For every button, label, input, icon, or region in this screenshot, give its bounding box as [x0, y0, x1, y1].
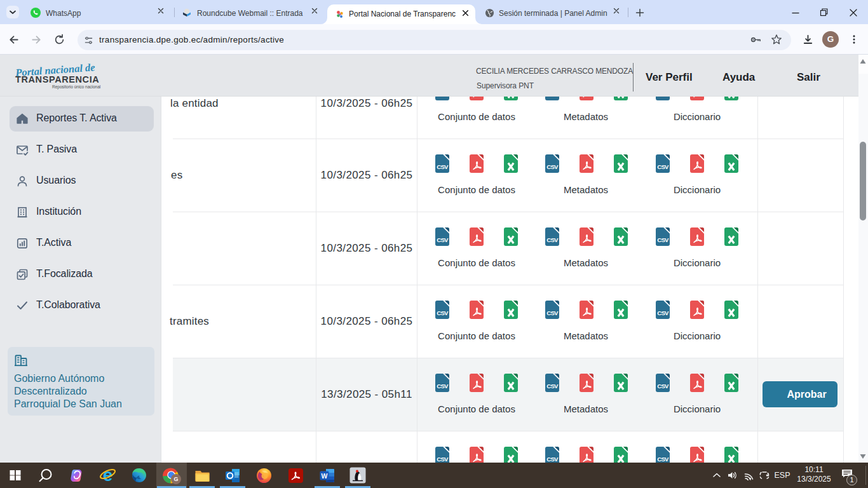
svg-text:CSV: CSV	[657, 163, 669, 170]
svg-text:CSV: CSV	[437, 383, 449, 390]
svg-text:CSV: CSV	[546, 309, 559, 316]
svg-text:CSV: CSV	[546, 456, 559, 463]
svg-text:CSV: CSV	[546, 236, 559, 243]
svg-text:CSV: CSV	[546, 163, 559, 170]
svg-text:CSV: CSV	[437, 163, 449, 170]
svg-text:CSV: CSV	[437, 456, 449, 463]
svg-text:CSV: CSV	[546, 383, 559, 390]
svg-text:CSV: CSV	[657, 309, 669, 316]
svg-text:W: W	[321, 472, 327, 480]
svg-text:CSV: CSV	[437, 309, 449, 316]
svg-text:CSV: CSV	[437, 236, 449, 243]
svg-text:CSV: CSV	[657, 236, 669, 243]
svg-text:CSV: CSV	[657, 383, 669, 390]
svg-text:CSV: CSV	[657, 456, 669, 463]
